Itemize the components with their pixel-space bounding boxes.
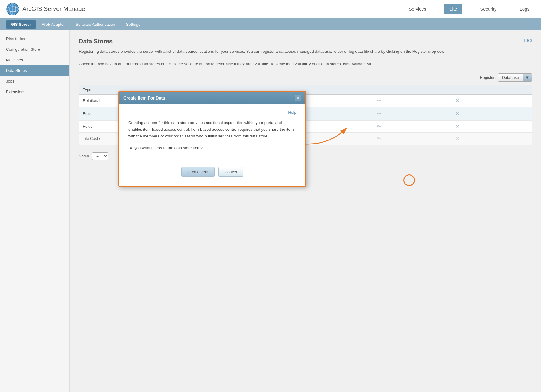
main-layout: Directories Configuration Store Machines… [0,30,541,392]
delete-icon[interactable]: ✕ [455,111,459,116]
dialog-close-button[interactable]: × [295,95,301,101]
dialog-help: Help [128,110,296,115]
table-cell-delete[interactable]: ✕ [452,132,532,145]
main-nav: Services Site Security Logs [403,4,535,14]
content-area: Data Stores Help Registering data stores… [70,30,541,392]
dialog-help-link[interactable]: Help [288,110,296,115]
register-label: Register: [480,75,496,80]
arcgis-globe-icon [6,2,19,16]
content-desc-1: Registering data stores provides the ser… [79,49,532,55]
nav-site[interactable]: Site [444,4,462,14]
edit-icon[interactable]: ✏ [377,124,381,129]
subnav-software-authorization[interactable]: Software Authorization [71,20,120,29]
cancel-button[interactable]: Cancel [218,167,243,177]
dialog-title-bar: Create Item For Data × [119,92,305,104]
delete-icon[interactable]: ✕ [455,98,459,103]
table-cell-delete[interactable]: ✕ [452,120,532,132]
table-col-delete [452,85,532,94]
header: ArcGIS Server Manager Services Site Secu… [0,0,541,18]
app-title: ArcGIS Server Manager [22,5,87,12]
register-dropdown[interactable]: Database ▼ [498,73,532,82]
sidebar-item-machines[interactable]: Machines [0,55,69,65]
subnav-settings[interactable]: Settings [121,20,145,29]
delete-icon[interactable]: ✕ [455,124,459,129]
table-col-edit [373,85,452,94]
dialog-title: Create Item For Data [123,96,165,100]
table-cell-edit[interactable]: ✏ [373,120,452,132]
nav-logs[interactable]: Logs [514,4,535,14]
register-row: Register: Database ▼ [79,73,532,82]
create-item-dialog[interactable]: Create Item For Data × Help Creating an … [118,91,306,187]
dialog-footer: Create Item Cancel [128,162,296,177]
sidebar: Directories Configuration Store Machines… [0,30,70,392]
circle-highlight [403,174,415,186]
register-dropdown-arrow-icon[interactable]: ▼ [523,74,532,81]
delete-icon[interactable]: ✕ [455,136,459,141]
dialog-body-text: Creating an item for this data store pro… [128,120,296,140]
sub-nav: GIS Server Web Adaptor Software Authoriz… [0,18,541,30]
page-title: Data Stores [79,38,113,45]
nav-security[interactable]: Security [475,4,502,14]
table-cell-edit[interactable]: ✏ [373,132,452,145]
edit-icon[interactable]: ✏ [377,98,381,103]
table-cell-delete[interactable]: ✕ [452,107,532,120]
content-desc-2: Check the box next to one or more data s… [79,61,532,67]
sidebar-item-jobs[interactable]: Jobs [0,76,69,86]
register-dropdown-value: Database [498,74,523,81]
nav-services[interactable]: Services [403,4,432,14]
logo: ArcGIS Server Manager [6,2,87,16]
content-header: Data Stores Help [79,38,532,45]
subnav-web-adaptor[interactable]: Web Adaptor [37,20,70,29]
table-cell-edit[interactable]: ✏ [373,94,452,107]
edit-icon[interactable]: ✏ [377,136,381,141]
dialog-body: Help Creating an item for this data stor… [119,104,305,186]
create-item-button[interactable]: Create Item [181,167,215,177]
show-label: Show: [79,154,90,158]
table-cell-edit[interactable]: ✏ [373,107,452,120]
sidebar-item-data-stores[interactable]: Data Stores [0,65,69,76]
table-cell-delete[interactable]: ✕ [452,94,532,107]
help-link[interactable]: Help [524,38,532,42]
sidebar-item-configuration-store[interactable]: Configuration Store [0,44,69,55]
sidebar-item-directories[interactable]: Directories [0,33,69,44]
show-select[interactable]: All [92,152,108,160]
edit-icon[interactable]: ✏ [377,111,381,116]
subnav-gis-server[interactable]: GIS Server [6,20,36,29]
dialog-question: Do you want to create the data store ite… [128,146,296,150]
sidebar-item-extensions[interactable]: Extensions [0,86,69,97]
